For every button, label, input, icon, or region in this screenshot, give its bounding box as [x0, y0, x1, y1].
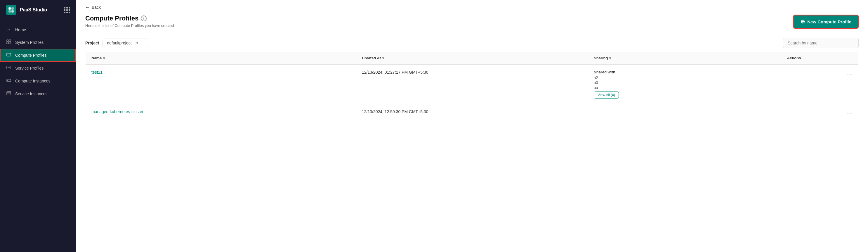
svg-rect-0 [8, 7, 11, 10]
col-header-name[interactable]: Name ⇅ [86, 52, 356, 65]
page-title-block: Compute Profiles i Here is the list of C… [85, 15, 174, 28]
project-filter: Project defaultproject ▾ [85, 38, 149, 47]
row-name-cell: test21 [86, 65, 356, 104]
sharing-label: Shared with: [594, 70, 775, 74]
view-all-button[interactable]: View All (4) [594, 91, 619, 99]
sidebar-nav: ⌂ Home System Profiles Compute Profiles … [0, 20, 76, 252]
sharing-item: a3 [594, 80, 775, 85]
compute-instances-icon [6, 78, 12, 84]
project-value: defaultproject [107, 40, 131, 45]
row-actions-cell: ... [781, 65, 859, 104]
svg-rect-6 [7, 42, 8, 44]
grid-icon[interactable] [64, 7, 70, 13]
new-profile-btn-label: New Compute Profile [807, 19, 851, 24]
row-actions-menu[interactable]: ... [846, 109, 852, 115]
sharing-item: aa [594, 85, 775, 90]
svg-rect-2 [8, 10, 11, 12]
row-sharing-cell: - [588, 104, 781, 121]
table-row: test21 12/13/2024, 01:27:17 PM GMT+5:30 … [86, 65, 859, 104]
row-created-cell: 12/13/2024, 01:27:17 PM GMT+5:30 [356, 65, 588, 104]
topbar: ← Back Compute Profiles i Here is the li… [76, 0, 868, 34]
sharing-dash: - [594, 109, 595, 114]
sidebar-item-label: Home [15, 27, 26, 32]
profile-name-link[interactable]: test21 [91, 70, 102, 75]
new-compute-profile-button[interactable]: ⊕ New Compute Profile [793, 15, 859, 29]
service-instances-icon [6, 91, 12, 97]
svg-rect-15 [7, 91, 11, 95]
back-label: Back [92, 5, 101, 10]
search-input[interactable] [783, 38, 859, 48]
sort-icon-name: ⇅ [103, 56, 105, 60]
profiles-table: Name ⇅ Created At ⇅ Sharing ⇅ [85, 52, 859, 121]
svg-rect-1 [11, 7, 14, 10]
svg-rect-8 [7, 53, 11, 56]
service-profiles-icon [6, 65, 12, 71]
table-row: managed-kubernetes-cluster 12/13/2024, 1… [86, 104, 859, 121]
sidebar: PaaS Studio ⌂ Home System Profiles Compu… [0, 0, 76, 252]
info-icon[interactable]: i [141, 16, 147, 21]
home-icon: ⌂ [6, 27, 12, 32]
sidebar-item-label: Service Profiles [15, 66, 43, 71]
col-header-actions: Actions [781, 52, 859, 65]
row-actions-menu[interactable]: ... [846, 70, 852, 76]
sort-icon-sharing: ⇅ [609, 56, 611, 60]
system-profiles-icon [6, 39, 12, 45]
project-select[interactable]: defaultproject ▾ [102, 38, 149, 47]
sidebar-item-system-profiles[interactable]: System Profiles [0, 36, 76, 49]
main-content: ← Back Compute Profiles i Here is the li… [76, 0, 868, 252]
svg-rect-5 [9, 40, 11, 41]
table-header-row: Name ⇅ Created At ⇅ Sharing ⇅ [86, 52, 859, 65]
back-arrow-icon: ← [85, 5, 90, 10]
sidebar-title: PaaS Studio [20, 7, 47, 12]
sidebar-item-compute-profiles[interactable]: Compute Profiles [0, 49, 76, 62]
plus-icon: ⊕ [801, 19, 805, 25]
sort-icon-created: ⇅ [382, 56, 384, 60]
sharing-detail: Shared with: a2 a3 aa View All (4) [594, 70, 775, 99]
back-link[interactable]: ← Back [85, 5, 859, 10]
svg-point-14 [7, 80, 8, 81]
page-title-text: Compute Profiles [85, 15, 138, 22]
sidebar-logo [6, 5, 17, 15]
row-name-cell: managed-kubernetes-cluster [86, 104, 356, 121]
svg-rect-4 [7, 40, 8, 41]
sharing-item: a2 [594, 76, 775, 80]
page-header: Compute Profiles i Here is the list of C… [85, 15, 859, 29]
compute-profiles-icon [6, 52, 12, 58]
profile-name-link[interactable]: managed-kubernetes-cluster [91, 109, 144, 114]
sidebar-item-label: Compute Instances [15, 79, 51, 83]
col-header-sharing[interactable]: Sharing ⇅ [588, 52, 781, 65]
sidebar-item-label: Service Instances [15, 91, 48, 96]
svg-rect-3 [11, 10, 14, 12]
chevron-down-icon: ▾ [136, 41, 138, 45]
sidebar-item-home[interactable]: ⌂ Home [0, 24, 76, 36]
page-title: Compute Profiles i [85, 15, 174, 22]
row-created-cell: 12/13/2024, 12:59:30 PM GMT+5:30 [356, 104, 588, 121]
row-sharing-cell: Shared with: a2 a3 aa View All (4) [588, 65, 781, 104]
page-subtitle: Here is the list of Compute Profiles you… [85, 23, 174, 28]
row-actions-cell: ... [781, 104, 859, 121]
sidebar-item-label: System Profiles [15, 40, 43, 45]
sidebar-item-service-instances[interactable]: Service Instances [0, 87, 76, 100]
col-header-created[interactable]: Created At ⇅ [356, 52, 588, 65]
sidebar-item-service-profiles[interactable]: Service Profiles [0, 62, 76, 75]
sidebar-item-compute-instances[interactable]: Compute Instances [0, 75, 76, 87]
svg-rect-7 [9, 42, 11, 44]
filters-row: Project defaultproject ▾ [76, 34, 868, 52]
project-label: Project [85, 40, 99, 45]
sidebar-item-label: Compute Profiles [15, 53, 46, 58]
table-container: Name ⇅ Created At ⇅ Sharing ⇅ [76, 52, 868, 252]
sidebar-header: PaaS Studio [0, 0, 76, 20]
